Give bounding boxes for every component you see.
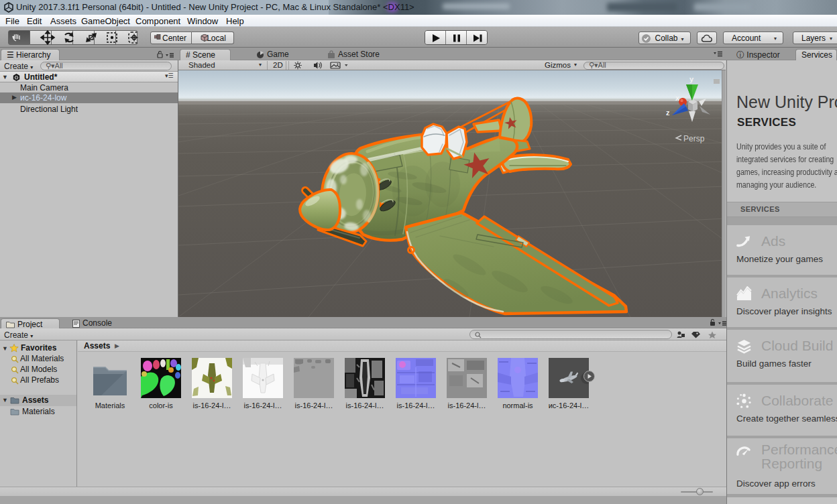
svg-text:x: x [675,94,680,102]
svg-text:y: y [689,75,694,83]
svg-text:z: z [666,109,670,117]
svg-text:Persp: Persp [683,134,705,143]
